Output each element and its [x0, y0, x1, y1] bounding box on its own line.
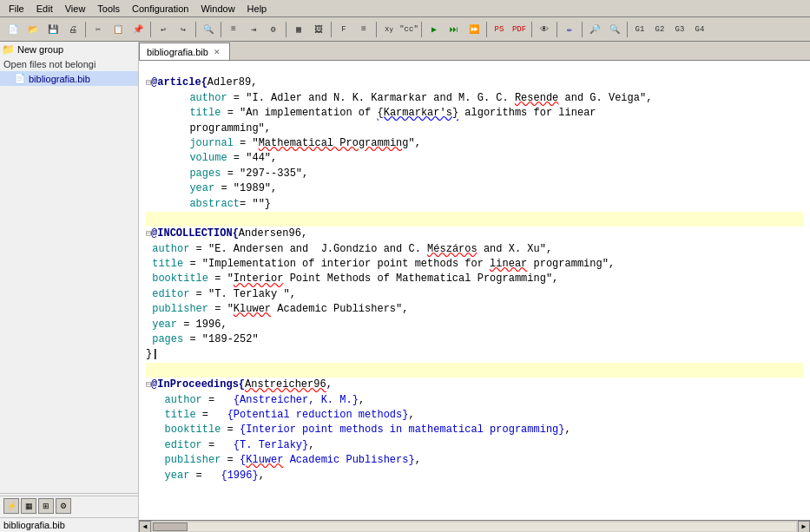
tab-bibliografia[interactable]: bibliografia.bib ✕	[139, 43, 230, 60]
tab-close-button[interactable]: ✕	[212, 47, 222, 57]
open-files-item[interactable]: Open files not belongi	[0, 57, 138, 71]
copy-button[interactable]: 📋	[109, 20, 128, 39]
sep4	[221, 22, 221, 37]
sidebar-icon-4[interactable]: ⚙	[56, 498, 71, 514]
new-group-item[interactable]: 📁 New group	[0, 42, 138, 57]
format-button[interactable]: ⚙	[264, 20, 283, 39]
sep6	[331, 22, 332, 37]
pencil-button[interactable]: ✏	[560, 20, 579, 39]
sep13	[627, 22, 628, 37]
scroll-right-button[interactable]: ▶	[798, 521, 810, 533]
image-button[interactable]: 🖼	[309, 20, 328, 39]
paste-button[interactable]: 📌	[128, 20, 148, 39]
table-button[interactable]: ▦	[289, 20, 308, 39]
scroll-left-button[interactable]: ◀	[139, 521, 151, 533]
menu-file[interactable]: File	[3, 2, 30, 16]
undo-button[interactable]: ↩	[154, 20, 173, 39]
sidebar-icon-2[interactable]: ▦	[21, 498, 36, 514]
editor-wrapper: bibliografia.bib ✕ ⊟@article{Adler89, au…	[139, 42, 810, 532]
menu-view[interactable]: View	[60, 2, 91, 16]
run-step-button[interactable]: ⏭	[445, 20, 464, 39]
new-file-button[interactable]: 📄	[3, 20, 23, 39]
zoom2-button[interactable]: 🔍	[605, 20, 624, 39]
sidebar-icons-bar: ⚡ ▦ ⊞ ⚙	[0, 496, 138, 516]
file-icon: 📄	[14, 73, 26, 84]
run-end-button[interactable]: ⏩	[464, 20, 484, 39]
list-button[interactable]: ≡	[224, 20, 243, 39]
entry-key-2: Andersen96	[239, 227, 301, 240]
toolbar: 📄 📂 💾 🖨 ✂ 📋 📌 ↩ ↪ 🔍 ≡ ⇥ ⚙ ▦ 🖼 F ≡ xy "cc…	[0, 17, 810, 42]
field-author-3: author	[165, 394, 202, 406]
field-title-2: title	[152, 258, 183, 270]
field-editor-2: editor	[152, 288, 189, 300]
field-author-1: author	[189, 92, 227, 104]
menu-tools[interactable]: Tools	[92, 2, 125, 16]
run-green-button[interactable]: ▶	[425, 20, 444, 39]
editor-scroll-container[interactable]: ⊟@article{Adler89, author = "I. Adler an…	[139, 61, 810, 520]
field-year-3: year	[165, 470, 190, 482]
indent-button[interactable]: ⇥	[244, 20, 263, 39]
field-volume-1: volume	[189, 152, 227, 164]
ps-button[interactable]: PS	[490, 20, 509, 39]
bottom-scrollbar: ◀ ▶	[139, 520, 810, 532]
preview-button[interactable]: 👁	[535, 20, 554, 39]
g4-button[interactable]: G4	[690, 20, 709, 39]
print-button[interactable]: 🖨	[63, 20, 82, 39]
sep2	[150, 22, 151, 37]
sep9	[486, 22, 487, 37]
code-editor[interactable]: ⊟@article{Adler89, author = "I. Adler an…	[139, 61, 810, 483]
g2-button[interactable]: G2	[650, 20, 669, 39]
sidebar-icon-1[interactable]: ⚡	[3, 498, 19, 514]
font-button[interactable]: F	[334, 20, 353, 39]
math-button[interactable]: xy	[379, 20, 398, 39]
field-booktitle-3: booktitle	[165, 424, 221, 436]
sidebar-bottom-filename: bibliografia.bib	[3, 520, 65, 530]
menu-help[interactable]: Help	[242, 2, 273, 16]
val-editor-2: "T. Terlaky "	[208, 288, 290, 300]
open-files-label: Open files not belongi	[3, 59, 95, 69]
brace-open-3: {	[239, 378, 245, 391]
open-button[interactable]: 📂	[23, 20, 43, 39]
field-editor-3: editor	[165, 439, 202, 451]
field-abstract-1: abstract	[189, 198, 240, 210]
val-booktitle-3: {Interior point methods in mathematical …	[240, 424, 564, 436]
g3-button[interactable]: G3	[670, 20, 689, 39]
save-button[interactable]: 💾	[43, 20, 63, 39]
field-title-3: title	[165, 409, 196, 421]
pdf-button[interactable]: PDF	[510, 20, 529, 39]
find-button[interactable]: 🔍	[199, 20, 218, 39]
zoom-button[interactable]: 🔎	[585, 20, 604, 39]
g1-button[interactable]: G1	[630, 20, 649, 39]
entry-type-3: @InProceedings	[151, 378, 239, 391]
sidebar-icon-3[interactable]: ⊞	[38, 498, 54, 514]
sep10	[531, 22, 532, 37]
menu-edit[interactable]: Edit	[31, 2, 58, 16]
sep11	[556, 22, 557, 37]
field-pages-1: pages	[189, 167, 221, 180]
sidebar-filename: bibliografia.bib	[29, 74, 90, 84]
tab-label: bibliografia.bib	[147, 47, 208, 57]
scrollbar-track[interactable]	[153, 522, 796, 531]
symbol-button[interactable]: "cc"	[399, 20, 418, 39]
redo-button[interactable]: ↪	[174, 20, 193, 39]
val-pages-1: "297--335"	[240, 167, 302, 180]
tab-bar: bibliografia.bib ✕	[139, 42, 810, 61]
menu-configuration[interactable]: Configuration	[127, 2, 194, 16]
val-author-1: "I. Adler and N. K. Karmarkar and M. G. …	[246, 92, 646, 104]
field-pages-2: pages	[152, 333, 183, 345]
sidebar-file-item[interactable]: 📄 bibliografia.bib	[0, 71, 138, 86]
cut-button[interactable]: ✂	[89, 20, 108, 39]
entry-key-3: Anstreicher96	[245, 378, 326, 391]
field-journal-1: journal	[189, 137, 233, 149]
scrollbar-thumb[interactable]	[153, 522, 188, 531]
val-year-1: "1989"	[234, 182, 271, 194]
val-editor-3: {T. Terlaky}	[234, 439, 308, 451]
val-author-3: {Anstreicher, K. M.}	[234, 394, 359, 406]
field-author-2: author	[152, 243, 189, 255]
sep12	[582, 22, 583, 37]
align-button[interactable]: ≡	[354, 20, 373, 39]
val-publisher-2: "Kluwer Academic Publishers"	[227, 303, 403, 315]
field-title-1: title	[189, 107, 221, 119]
val-year-3: {1996}	[221, 470, 258, 482]
menu-window[interactable]: Window	[195, 2, 240, 16]
